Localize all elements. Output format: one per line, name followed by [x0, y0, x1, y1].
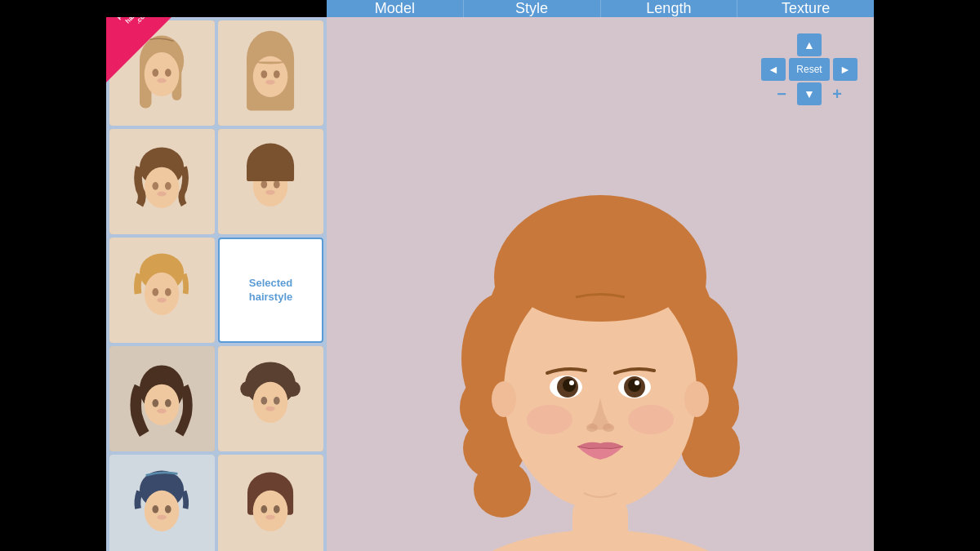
svg-point-48 [158, 515, 167, 520]
top-navigation: Model Style Length Texture [327, 0, 874, 17]
nav-down-button[interactable]: ▼ [797, 82, 822, 105]
svg-point-32 [153, 399, 159, 407]
svg-point-33 [165, 399, 172, 407]
svg-point-39 [279, 370, 293, 384]
svg-point-90 [635, 380, 639, 385]
nav-controls: ▲ ◄ Reset ► − ▼ + [761, 33, 858, 105]
svg-point-82 [519, 256, 682, 322]
svg-point-43 [266, 407, 276, 411]
selected-style-line1: Selected [249, 277, 292, 289]
svg-point-91 [586, 424, 598, 432]
svg-point-11 [261, 71, 268, 79]
nav-right-button[interactable]: ► [833, 58, 858, 81]
zoom-plus-button[interactable]: + [825, 82, 849, 105]
svg-point-93 [527, 405, 572, 434]
svg-point-15 [145, 167, 180, 208]
svg-point-36 [241, 381, 256, 397]
svg-point-40 [253, 382, 288, 423]
selected-style-line2: hairstyle [249, 291, 292, 303]
svg-point-45 [145, 491, 180, 531]
svg-point-26 [145, 273, 180, 315]
zoom-minus-button[interactable]: − [769, 82, 794, 105]
hairstyle-7[interactable] [109, 346, 215, 451]
hairstyle-5[interactable] [109, 238, 215, 343]
svg-point-94 [628, 405, 674, 434]
svg-point-23 [274, 181, 280, 189]
svg-point-92 [603, 424, 614, 432]
tab-texture[interactable]: Texture [737, 0, 874, 17]
svg-rect-21 [247, 164, 294, 181]
hairstyle-3[interactable] [109, 129, 215, 234]
svg-point-13 [266, 80, 276, 85]
model-svg [429, 171, 772, 552]
hairstyle-10[interactable] [218, 455, 323, 551]
svg-point-86 [569, 380, 574, 385]
svg-point-42 [274, 398, 280, 406]
svg-point-75 [474, 460, 531, 518]
svg-point-46 [153, 506, 159, 514]
svg-point-28 [165, 289, 172, 297]
main-content: Powered byhairfinder.com [106, 17, 874, 551]
svg-point-34 [158, 409, 167, 414]
svg-point-22 [261, 181, 268, 189]
svg-point-17 [165, 182, 172, 190]
nav-left-button[interactable]: ◄ [761, 58, 786, 81]
svg-point-38 [247, 370, 261, 384]
svg-point-95 [492, 381, 516, 417]
hairstyle-selected[interactable]: Selected hairstyle [218, 238, 323, 343]
svg-point-31 [145, 384, 180, 425]
svg-point-41 [261, 398, 268, 406]
tab-style[interactable]: Style [464, 0, 601, 17]
svg-point-52 [261, 506, 268, 514]
svg-point-54 [266, 515, 276, 520]
right-panel: ▲ ◄ Reset ► − ▼ + [327, 17, 874, 551]
svg-point-16 [153, 182, 159, 190]
tab-length[interactable]: Length [601, 0, 738, 17]
svg-point-12 [274, 71, 280, 79]
svg-point-18 [158, 192, 167, 197]
hairstyle-grid: Selected hairstyle [106, 17, 327, 551]
reset-button[interactable]: Reset [789, 58, 830, 81]
svg-point-29 [158, 298, 167, 303]
tab-model[interactable]: Model [327, 0, 464, 17]
svg-point-53 [274, 506, 280, 514]
svg-point-37 [285, 381, 301, 397]
svg-point-85 [563, 379, 576, 392]
hairstyle-9[interactable] [109, 455, 215, 551]
svg-point-96 [684, 381, 709, 417]
svg-point-47 [165, 506, 172, 514]
hairstyle-8[interactable] [218, 346, 323, 451]
svg-point-27 [153, 289, 159, 297]
left-panel: Powered byhairfinder.com [106, 17, 327, 551]
hairstyle-2[interactable] [218, 20, 323, 126]
nav-up-button[interactable]: ▲ [797, 33, 822, 56]
svg-point-51 [253, 491, 288, 531]
svg-point-24 [266, 190, 276, 195]
svg-point-89 [628, 379, 641, 392]
hairstyle-4[interactable] [218, 129, 323, 234]
